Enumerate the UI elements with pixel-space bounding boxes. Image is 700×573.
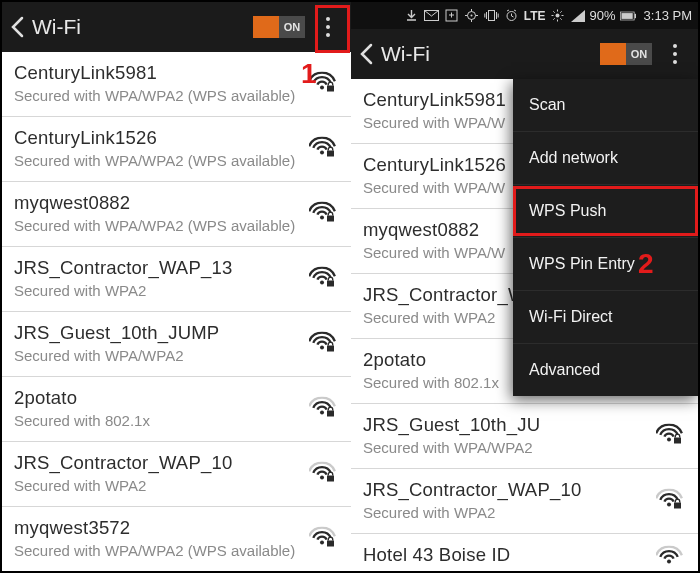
- network-name: myqwest0882: [14, 192, 339, 214]
- phone-screenshot-1: Wi-Fi ON CenturyLink5981 Secured with WP…: [2, 2, 352, 571]
- phone-screenshot-2: LTE 90% 3:13 PM Wi-Fi ON CenturyLink5981…: [351, 2, 698, 571]
- menu-item-add-network[interactable]: Add network: [513, 132, 698, 185]
- wifi-network-list[interactable]: CenturyLink5981 Secured with WPA/WPA2 (W…: [2, 52, 351, 571]
- wifi-network-row[interactable]: 2potato Secured with 802.1x: [2, 377, 351, 442]
- svg-rect-9: [327, 346, 334, 352]
- svg-point-12: [320, 476, 324, 480]
- menu-item-wifi-direct[interactable]: Wi-Fi Direct: [513, 291, 698, 344]
- annotation-label-1: 1: [301, 58, 317, 90]
- svg-rect-13: [327, 476, 334, 482]
- menu-item-scan[interactable]: Scan: [513, 79, 698, 132]
- toggle-on-indicator: [253, 16, 279, 38]
- network-security: Secured with WPA2: [14, 282, 339, 299]
- vibrate-icon: [484, 8, 500, 24]
- battery-icon: [620, 8, 636, 24]
- wifi-network-row[interactable]: CenturyLink1526 Secured with WPA/WPA2 (W…: [2, 117, 351, 182]
- wifi-toggle[interactable]: ON: [600, 41, 652, 67]
- wifi-signal-icon: [309, 332, 339, 357]
- svg-point-2: [320, 151, 324, 155]
- svg-rect-25: [621, 13, 632, 19]
- svg-point-10: [320, 411, 324, 415]
- back-icon[interactable]: [359, 43, 373, 65]
- overflow-menu-button[interactable]: [660, 34, 690, 74]
- network-name: JRS_Contractor_WAP_10: [363, 479, 686, 501]
- mail-icon: [424, 8, 440, 24]
- network-security: Secured with WPA/WPA2 (WPS available): [14, 542, 339, 559]
- svg-point-8: [320, 346, 324, 350]
- page-title: Wi-Fi: [32, 15, 245, 39]
- svg-point-14: [320, 541, 324, 545]
- wifi-signal-icon: [309, 462, 339, 487]
- network-name: myqwest3572: [14, 517, 339, 539]
- wifi-network-row[interactable]: Hotel 43 Boise ID: [351, 534, 698, 571]
- back-icon[interactable]: [10, 16, 24, 38]
- wifi-network-row[interactable]: CenturyLink5981 Secured with WPA/WPA2 (W…: [2, 52, 351, 117]
- gps-icon: [464, 8, 480, 24]
- svg-rect-15: [327, 541, 334, 547]
- network-name: JRS_Contractor_WAP_10: [14, 452, 339, 474]
- wifi-network-row[interactable]: JRS_Contractor_WAP_10 Secured with WPA2: [2, 442, 351, 507]
- network-security: Secured with WPA/WPA2 (WPS available): [14, 217, 339, 234]
- network-security: Secured with 802.1x: [14, 412, 339, 429]
- network-name: CenturyLink5981: [14, 62, 339, 84]
- menu-item-wps-pin[interactable]: WPS Pin Entry: [513, 238, 698, 291]
- network-name: 2potato: [14, 387, 339, 409]
- network-type-label: LTE: [524, 9, 546, 23]
- svg-point-22: [556, 14, 560, 18]
- status-bar: LTE 90% 3:13 PM: [351, 2, 698, 29]
- wifi-network-row[interactable]: JRS_Contractor_WAP_13 Secured with WPA2: [2, 247, 351, 312]
- svg-rect-20: [489, 11, 495, 21]
- svg-point-19: [471, 15, 473, 17]
- menu-item-advanced[interactable]: Advanced: [513, 344, 698, 396]
- svg-rect-1: [327, 86, 334, 92]
- status-clock: 3:13 PM: [644, 8, 692, 23]
- toggle-on-label: ON: [626, 43, 652, 65]
- app-bar: Wi-Fi ON: [2, 2, 351, 52]
- svg-point-6: [320, 281, 324, 285]
- network-name: JRS_Guest_10th_JU: [363, 414, 686, 436]
- network-security: Secured with WPA2: [14, 477, 339, 494]
- svg-rect-24: [634, 13, 635, 17]
- app-bar: Wi-Fi ON: [351, 29, 698, 79]
- network-name: Hotel 43 Boise ID: [363, 544, 686, 566]
- overflow-menu: Scan Add network WPS Push WPS Pin Entry …: [513, 79, 698, 396]
- svg-rect-7: [327, 281, 334, 287]
- network-security: Secured with WPA/WPA2 (WPS available): [14, 152, 339, 169]
- wifi-network-row[interactable]: myqwest3572 Secured with WPA/WPA2 (WPS a…: [2, 507, 351, 571]
- wifi-network-row[interactable]: JRS_Contractor_WAP_10 Secured with WPA2: [351, 469, 698, 534]
- svg-rect-37: [674, 438, 681, 444]
- wifi-signal-icon: [309, 137, 339, 162]
- network-name: JRS_Guest_10th_JUMP: [14, 322, 339, 344]
- network-security: Secured with WPA/WPA2: [14, 347, 339, 364]
- svg-rect-5: [327, 216, 334, 222]
- sync-icon: [444, 8, 460, 24]
- annotation-label-2: 2: [638, 248, 654, 280]
- wifi-signal-icon: [309, 397, 339, 422]
- wifi-network-row[interactable]: myqwest0882 Secured with WPA/WPA2 (WPS a…: [2, 182, 351, 247]
- brightness-icon: [550, 8, 566, 24]
- wifi-network-row[interactable]: JRS_Guest_10th_JUMP Secured with WPA/WPA…: [2, 312, 351, 377]
- svg-point-4: [320, 216, 324, 220]
- wifi-network-row[interactable]: JRS_Guest_10th_JU Secured with WPA/WPA2: [351, 404, 698, 469]
- annotation-box-2: [513, 186, 698, 236]
- toggle-on-label: ON: [279, 16, 305, 38]
- wifi-toggle[interactable]: ON: [253, 14, 305, 40]
- svg-rect-11: [327, 411, 334, 417]
- wifi-signal-icon: [656, 545, 686, 570]
- network-security: Secured with WPA2: [363, 504, 686, 521]
- wifi-signal-icon: [656, 489, 686, 514]
- svg-point-40: [667, 559, 671, 563]
- toggle-on-indicator: [600, 43, 626, 65]
- signal-icon: [570, 8, 586, 24]
- network-security: Secured with WPA/WPA2: [363, 439, 686, 456]
- svg-rect-3: [327, 151, 334, 157]
- network-security: Secured with WPA/WPA2 (WPS available): [14, 87, 339, 104]
- svg-point-38: [667, 503, 671, 507]
- network-name: JRS_Contractor_WAP_13: [14, 257, 339, 279]
- network-name: CenturyLink1526: [14, 127, 339, 149]
- alarm-icon: [504, 8, 520, 24]
- battery-percentage: 90%: [590, 8, 616, 23]
- wifi-signal-icon: [309, 527, 339, 552]
- svg-point-0: [320, 86, 324, 90]
- svg-rect-39: [674, 503, 681, 509]
